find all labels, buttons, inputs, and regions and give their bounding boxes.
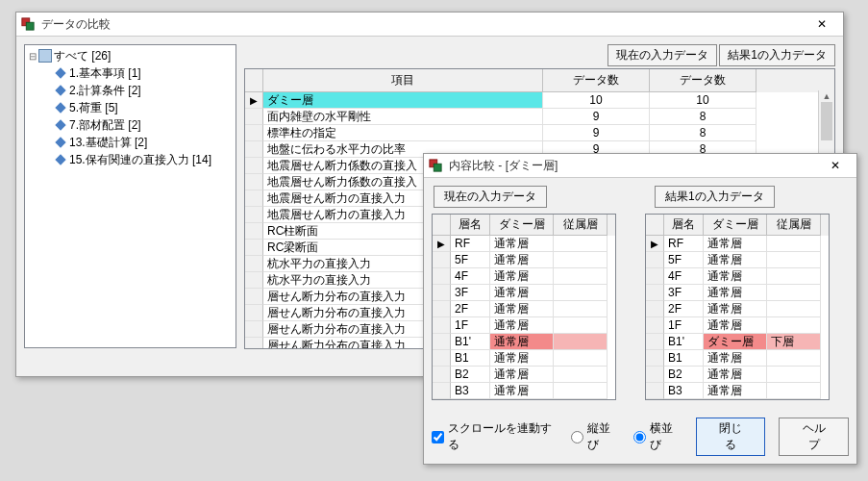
table-row[interactable]: 3F通常層 — [433, 285, 615, 301]
tree-item[interactable]: 13.基礎計算 [2] — [27, 134, 234, 151]
svg-rect-3 — [434, 164, 441, 171]
table-row[interactable]: 5F通常層 — [646, 252, 829, 268]
diamond-icon — [54, 136, 67, 149]
current-data-button[interactable]: 現在の入力データ — [608, 44, 717, 66]
table-row[interactable]: B3通常層 — [646, 383, 829, 399]
table-row[interactable]: 1F通常層 — [433, 317, 615, 334]
scroll-sync-input[interactable] — [432, 431, 444, 443]
titlebar[interactable]: 内容比較 - [ダミー層] ✕ — [424, 154, 856, 178]
vertical-input[interactable] — [571, 431, 583, 443]
scroll-sync-checkbox[interactable]: スクロールを連動する — [432, 420, 558, 453]
cell-dummy: 通常層 — [490, 350, 554, 367]
books-icon — [38, 49, 52, 63]
row-marker — [433, 367, 451, 383]
cell-sub — [554, 301, 608, 317]
vertical-radio[interactable]: 縦並び — [571, 420, 620, 453]
table-row[interactable]: 2F通常層 — [433, 301, 615, 317]
table-row[interactable]: ▶ダミー層1010 — [245, 92, 834, 109]
cell-floor: B1 — [451, 350, 490, 367]
row-marker — [433, 268, 451, 285]
table-row[interactable]: 1F通常層 — [646, 317, 829, 334]
row-marker — [245, 125, 263, 141]
table-row[interactable]: 標準柱の指定98 — [245, 125, 834, 141]
diamond-icon — [54, 153, 67, 166]
table-row[interactable]: B2通常層 — [646, 367, 829, 383]
row-marker — [245, 141, 263, 158]
table-row[interactable]: 3F通常層 — [646, 285, 829, 301]
table-row[interactable]: ▶RF通常層 — [433, 236, 615, 252]
close-icon[interactable]: ✕ — [805, 14, 839, 34]
close-button[interactable]: 閉じる — [696, 418, 766, 456]
col-data1: データ数 — [543, 69, 650, 92]
help-button[interactable]: ヘルプ — [779, 418, 849, 456]
row-marker — [245, 289, 263, 305]
scroll-thumb[interactable] — [821, 102, 832, 140]
row-marker: ▶ — [646, 236, 664, 252]
tree-item[interactable]: 7.部材配置 [2] — [27, 116, 234, 134]
tree-item[interactable]: 2.計算条件 [2] — [27, 82, 234, 99]
table-row[interactable]: 面内雑壁の水平剛性98 — [245, 109, 834, 125]
cell-floor: B3 — [451, 383, 490, 399]
result1-data-button[interactable]: 結果1の入力データ — [719, 44, 835, 66]
cell-floor: B2 — [451, 367, 490, 383]
window-title: データの比較 — [41, 16, 805, 33]
diamond-icon — [54, 118, 67, 132]
cell-sub — [554, 350, 608, 367]
horizontal-input[interactable] — [633, 431, 646, 443]
cell-dummy: 通常層 — [704, 301, 767, 317]
row-marker — [245, 190, 263, 207]
tree-item-label: 5.荷重 [5] — [69, 100, 118, 116]
cell-floor: 2F — [451, 301, 490, 317]
table-row[interactable]: ▶RF通常層 — [646, 236, 829, 252]
row-marker — [245, 158, 263, 174]
cell-dummy: 通常層 — [704, 236, 767, 252]
row-marker — [245, 321, 263, 338]
horizontal-radio[interactable]: 横並び — [633, 420, 682, 453]
cell-dummy: 通常層 — [490, 285, 554, 301]
table-row[interactable]: B2通常層 — [433, 367, 615, 383]
cell-name: 標準柱の指定 — [263, 125, 543, 141]
tree-root[interactable]: ⊟ すべて [26] — [27, 47, 234, 64]
scroll-up-icon[interactable]: ▲ — [819, 90, 834, 102]
tree-item[interactable]: 15.保有関連の直接入力 [14] — [27, 151, 234, 168]
close-icon[interactable]: ✕ — [818, 156, 853, 175]
titlebar[interactable]: データの比較 ✕ — [16, 13, 843, 37]
row-marker — [433, 317, 451, 334]
content-compare-window: 内容比較 - [ダミー層] ✕ 現在の入力データ 結果1の入力データ 層名 ダミ… — [423, 153, 857, 465]
right-grid[interactable]: 層名 ダミー層 従属層 ▶RF通常層5F通常層4F通常層3F通常層2F通常層1F… — [645, 214, 830, 400]
table-row[interactable]: B3通常層 — [433, 383, 615, 399]
left-grid[interactable]: 層名 ダミー層 従属層 ▶RF通常層5F通常層4F通常層3F通常層2F通常層1F… — [432, 214, 616, 400]
cell-sub — [554, 236, 608, 252]
cell-b: 8 — [650, 109, 756, 125]
tree-item-label: 2.計算条件 [2] — [69, 83, 141, 99]
row-marker — [245, 272, 263, 289]
tree-item-label: 1.基本事項 [1] — [69, 65, 141, 82]
row-marker — [646, 350, 664, 367]
collapse-icon[interactable]: ⊟ — [27, 51, 38, 62]
panel1-title: 現在の入力データ — [434, 186, 547, 208]
table-row[interactable]: 4F通常層 — [646, 268, 829, 285]
row-marker — [646, 317, 664, 334]
cell-floor: 1F — [664, 317, 704, 334]
table-row[interactable]: 4F通常層 — [433, 268, 615, 285]
table-row[interactable]: B1通常層 — [646, 350, 829, 367]
cell-sub — [554, 268, 608, 285]
tree-item[interactable]: 5.荷重 [5] — [27, 99, 234, 116]
tree-view[interactable]: ⊟ すべて [26] 1.基本事項 [1]2.計算条件 [2]5.荷重 [5]7… — [24, 44, 236, 348]
row-marker — [646, 367, 664, 383]
row-marker — [433, 252, 451, 268]
cell-dummy: 通常層 — [704, 317, 767, 334]
cell-name: 面内雑壁の水平剛性 — [263, 109, 543, 125]
table-row[interactable]: B1通常層 — [433, 350, 615, 367]
cell-floor: 5F — [451, 252, 490, 268]
tree-item[interactable]: 1.基本事項 [1] — [27, 64, 234, 82]
col-sub: 従属層 — [767, 215, 821, 236]
table-row[interactable]: B1'ダミー層下層 — [646, 334, 829, 350]
cell-dummy: 通常層 — [490, 367, 554, 383]
table-row[interactable]: 2F通常層 — [646, 301, 829, 317]
row-marker — [245, 240, 263, 256]
table-row[interactable]: B1'通常層 — [433, 334, 615, 350]
cell-sub — [767, 317, 821, 334]
table-row[interactable]: 5F通常層 — [433, 252, 615, 268]
cell-a: 9 — [543, 109, 650, 125]
